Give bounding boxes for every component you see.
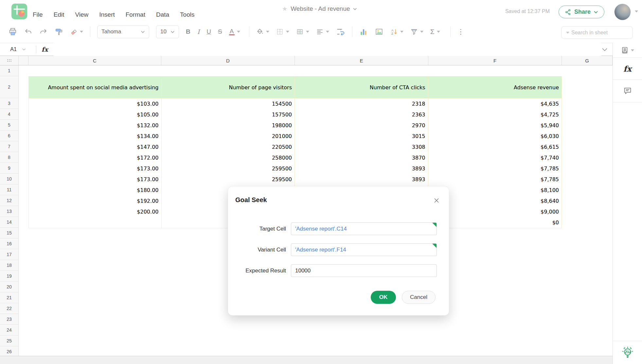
filter-button[interactable] — [410, 27, 423, 37]
row-header-17[interactable]: 17 — [0, 249, 18, 260]
font-size-select[interactable]: 10 — [156, 26, 179, 38]
table-cell[interactable]: $173.00 — [29, 163, 162, 174]
row-header-1[interactable]: 1 — [0, 65, 18, 76]
select-all-corner[interactable] — [0, 56, 19, 65]
insert-chart-button[interactable] — [359, 27, 368, 37]
row-header-15[interactable]: 15 — [0, 228, 18, 238]
row-header-9[interactable]: 9 — [0, 163, 18, 174]
app-logo-icon[interactable] — [11, 4, 27, 19]
row-header-11[interactable]: 11 — [0, 184, 18, 195]
table-cell[interactable]: 259500 — [162, 163, 295, 174]
row-header-21[interactable]: 21 — [0, 292, 18, 303]
fx-icon[interactable]: fx — [42, 46, 48, 53]
strikethrough-button[interactable]: S — [218, 27, 222, 37]
row-header-3[interactable]: 3 — [0, 98, 18, 109]
borders-button[interactable] — [276, 27, 289, 37]
account-chevron-down-icon[interactable] — [635, 10, 638, 12]
column-header-E[interactable]: E — [295, 56, 428, 65]
table-cell[interactable]: 201000 — [162, 131, 295, 142]
row-header-16[interactable]: 16 — [0, 238, 18, 249]
redo-button[interactable] — [39, 27, 48, 37]
table-cell[interactable]: $147.00 — [29, 142, 162, 152]
cell-name-box[interactable]: A1 — [0, 43, 36, 56]
row-header-14[interactable]: 14 — [0, 217, 18, 228]
menu-format[interactable]: Format — [126, 11, 145, 18]
horizontal-align-button[interactable] — [316, 27, 329, 37]
table-cell[interactable]: 198000 — [162, 120, 295, 131]
more-options-button[interactable]: ⋮ — [457, 27, 464, 37]
formula-bar-expand-chevron-icon[interactable] — [601, 47, 608, 51]
row-header-8[interactable]: 8 — [0, 152, 18, 163]
menu-data[interactable]: Data — [156, 11, 169, 18]
target-cell-input[interactable]: 'Adsense report'.C14 — [291, 222, 437, 235]
table-header-cell[interactable]: Number of page visitors — [162, 77, 295, 98]
table-cell[interactable]: $200.00 — [29, 206, 162, 217]
table-header-cell[interactable]: Amount spent on social media advertising — [29, 77, 162, 98]
comments-panel-button[interactable] — [613, 80, 642, 102]
font-family-select[interactable]: Tahoma — [97, 26, 149, 38]
row-header-24[interactable]: 24 — [0, 325, 18, 336]
favorite-star-icon[interactable] — [282, 6, 288, 12]
table-cell[interactable]: 3893 — [295, 163, 428, 174]
sheet-search[interactable] — [561, 26, 633, 39]
table-cell[interactable] — [29, 217, 162, 228]
hidden-columns-strip[interactable] — [19, 56, 28, 65]
undo-button[interactable] — [24, 27, 32, 37]
ok-button[interactable]: OK — [371, 291, 396, 304]
table-cell[interactable]: 3870 — [295, 152, 428, 163]
column-header-G[interactable]: G — [562, 56, 613, 65]
italic-button[interactable]: I — [197, 27, 200, 37]
column-header-C[interactable]: C — [28, 56, 161, 65]
column-header-D[interactable]: D — [161, 56, 295, 65]
functions-panel-button[interactable]: fx — [613, 58, 642, 80]
table-cell[interactable]: $6,030 — [428, 131, 562, 142]
menu-edit[interactable]: Edit — [54, 11, 64, 18]
table-cell[interactable]: $4,725 — [428, 109, 562, 120]
range-picker-corner-icon[interactable] — [432, 223, 437, 227]
row-header-12[interactable]: 12 — [0, 195, 18, 206]
font-color-button[interactable]: A — [229, 27, 242, 37]
table-cell[interactable]: $132.00 — [29, 120, 162, 131]
table-cell[interactable]: 3893 — [295, 174, 428, 185]
table-header-cell[interactable]: Adsense revenue — [428, 77, 562, 98]
table-cell[interactable]: 154500 — [162, 98, 295, 109]
sheet-view-button[interactable] — [613, 43, 642, 58]
table-cell[interactable]: 2970 — [295, 120, 428, 131]
table-cell[interactable]: 157500 — [162, 109, 295, 120]
table-cell[interactable]: $173.00 — [29, 174, 162, 185]
table-header-cell[interactable]: Number of CTA clicks — [295, 77, 428, 98]
row-header-6[interactable]: 6 — [0, 130, 18, 141]
clear-format-button[interactable] — [70, 27, 83, 37]
paint-format-button[interactable] — [55, 27, 63, 37]
sort-button[interactable]: A Z — [390, 27, 403, 37]
row-header-5[interactable]: 5 — [0, 120, 18, 130]
row-header-4[interactable]: 4 — [0, 109, 18, 120]
menu-tools[interactable]: Tools — [180, 11, 194, 18]
table-cell[interactable]: 220500 — [162, 142, 295, 152]
formula-input[interactable] — [53, 43, 601, 56]
wrap-text-button[interactable] — [336, 27, 345, 37]
fill-color-button[interactable] — [256, 27, 269, 37]
sum-functions-button[interactable]: Σ — [430, 27, 443, 37]
row-header-7[interactable]: 7 — [0, 141, 18, 152]
row-header-2[interactable]: 2 — [0, 76, 18, 98]
row-header-19[interactable]: 19 — [0, 271, 18, 282]
row-header-13[interactable]: 13 — [0, 206, 18, 217]
print-button[interactable] — [9, 27, 17, 37]
row-header-18[interactable]: 18 — [0, 260, 18, 271]
table-cell[interactable]: 3015 — [295, 131, 428, 142]
range-picker-corner-icon[interactable] — [432, 244, 437, 248]
table-cell[interactable]: $6,615 — [428, 142, 562, 152]
column-header-F[interactable]: F — [428, 56, 562, 65]
row-header-22[interactable]: 22 — [0, 303, 18, 314]
menu-insert[interactable]: Insert — [99, 11, 115, 18]
table-cell[interactable]: $7,785 — [428, 174, 562, 185]
table-cell[interactable]: 258000 — [162, 152, 295, 163]
cancel-button[interactable]: Cancel — [402, 291, 436, 304]
table-cell[interactable]: $7,740 — [428, 152, 562, 163]
menu-file[interactable]: File — [33, 11, 43, 18]
expected-result-input[interactable]: 10000 — [291, 264, 437, 277]
zia-assistant-button[interactable]: Zia — [613, 341, 642, 364]
user-avatar[interactable] — [615, 4, 631, 20]
table-cell[interactable]: $180.00 — [29, 185, 162, 196]
